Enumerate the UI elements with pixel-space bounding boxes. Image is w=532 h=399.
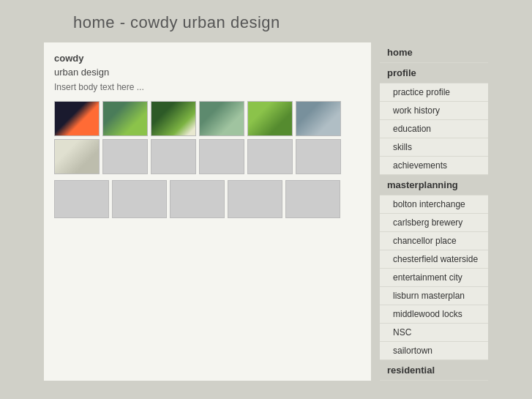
image-cell[interactable] xyxy=(296,101,341,136)
nav-masterplanning[interactable]: masterplanning xyxy=(380,175,488,195)
image-cell[interactable] xyxy=(199,101,244,136)
image-cell-empty xyxy=(228,180,282,218)
nav-practice-profile[interactable]: practice profile xyxy=(380,83,488,102)
nav-chancellor-place[interactable]: chancellor place xyxy=(380,232,488,250)
nav-lisburn-masterplan[interactable]: lisburn masterplan xyxy=(380,287,488,305)
nav-profile[interactable]: profile xyxy=(380,63,488,83)
nav-carlsberg-brewery[interactable]: carlsberg brewery xyxy=(380,214,488,232)
nav-work-history[interactable]: work history xyxy=(380,102,488,120)
nav-nsc[interactable]: NSC xyxy=(380,324,488,342)
nav-section-main: home profile practice profile work histo… xyxy=(380,42,488,381)
image-cell-empty xyxy=(285,180,340,218)
content-area: cowdy urban design Insert body text here… xyxy=(44,42,371,381)
image-cell-empty xyxy=(112,180,167,218)
brand-line1: cowdy xyxy=(54,53,361,64)
image-cell-empty xyxy=(102,139,148,174)
image-row-1 xyxy=(54,101,361,136)
image-cell[interactable] xyxy=(54,139,100,174)
nav-middlewood-locks[interactable]: middlewood locks xyxy=(380,305,488,324)
image-cell[interactable] xyxy=(54,101,100,136)
image-cell-empty xyxy=(247,139,293,174)
image-cell-empty xyxy=(296,139,341,174)
image-cell-empty xyxy=(151,139,196,174)
nav-sailortown[interactable]: sailortown xyxy=(380,342,488,360)
image-row-3 xyxy=(54,180,361,218)
image-cell[interactable] xyxy=(102,101,148,136)
image-cell[interactable] xyxy=(151,101,196,136)
nav-entertainment-city[interactable]: entertainment city xyxy=(380,269,488,287)
nav-home[interactable]: home xyxy=(380,42,488,63)
nav-bolton-interchange[interactable]: bolton interchange xyxy=(380,195,488,214)
image-cell[interactable] xyxy=(247,101,293,136)
nav-skills[interactable]: skills xyxy=(380,138,488,157)
nav-achievements[interactable]: achievements xyxy=(380,157,488,175)
body-text: Insert body text here ... xyxy=(54,82,361,92)
nav-residential[interactable]: residential xyxy=(380,360,488,381)
page-title: home - cowdy urban design xyxy=(0,0,532,42)
image-cell-empty xyxy=(170,180,225,218)
image-cell-empty xyxy=(54,180,109,218)
brand-line2: urban design xyxy=(54,67,361,78)
image-cell-empty xyxy=(199,139,244,174)
image-row-2 xyxy=(54,139,361,174)
nav-chesterfield-waterside[interactable]: chesterfield waterside xyxy=(380,250,488,269)
nav-education[interactable]: education xyxy=(380,120,488,138)
navigation: home profile practice profile work histo… xyxy=(380,42,488,381)
